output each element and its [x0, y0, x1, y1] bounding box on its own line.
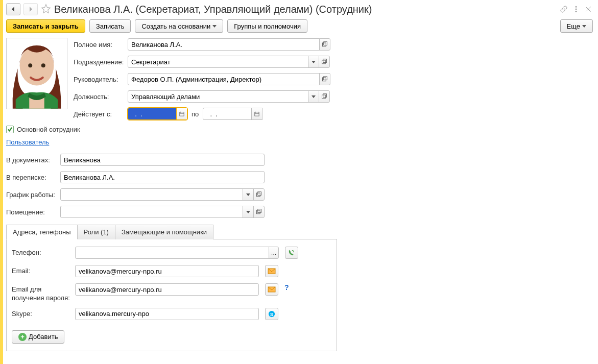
dropdown-icon[interactable] — [243, 206, 254, 218]
department-input[interactable] — [128, 56, 308, 68]
schedule-input[interactable] — [60, 188, 243, 201]
svg-point-1 — [576, 9, 577, 10]
window-title: Великанова Л.А. (Секретариат, Управляющи… — [54, 4, 372, 15]
plus-icon: + — [18, 333, 27, 341]
open-icon[interactable] — [319, 90, 330, 103]
svg-text:S: S — [270, 311, 273, 317]
employee-photo[interactable] — [6, 38, 67, 109]
dropdown-icon[interactable] — [243, 188, 254, 201]
svg-point-2 — [576, 11, 577, 12]
nav-forward-button — [23, 3, 38, 15]
create-based-on-label: Создать на основании — [141, 22, 210, 30]
dropdown-icon[interactable] — [308, 90, 319, 103]
svg-rect-11 — [323, 78, 326, 81]
svg-point-0 — [576, 6, 577, 7]
user-link[interactable]: Пользователь — [6, 138, 49, 146]
create-based-on-button[interactable]: Создать на основании — [135, 19, 223, 33]
groups-permissions-button[interactable]: Группы и полномочия — [227, 19, 307, 33]
open-icon[interactable] — [319, 56, 330, 68]
ellipsis-icon[interactable]: … — [269, 247, 279, 259]
tab-substitutes[interactable]: Замещающие и помощники — [115, 225, 213, 239]
in-docs-input[interactable] — [60, 154, 265, 166]
tab-panel-addresses: Телефон: … Email: Email для получения па… — [6, 239, 337, 351]
calendar-icon[interactable] — [176, 108, 187, 120]
add-contact-label: Добавить — [29, 333, 58, 341]
svg-point-5 — [28, 63, 32, 67]
calendar-icon[interactable] — [251, 108, 262, 120]
favorite-star-icon[interactable] — [41, 4, 51, 15]
tab-roles[interactable]: Роли (1) — [77, 225, 115, 239]
svg-rect-13 — [322, 95, 326, 99]
svg-rect-24 — [258, 192, 261, 196]
skype-icon[interactable]: S — [265, 308, 278, 320]
position-input[interactable] — [128, 90, 308, 103]
svg-rect-12 — [324, 77, 327, 80]
menu-dots-icon[interactable] — [571, 5, 581, 14]
full-name-input[interactable] — [128, 38, 320, 51]
save-button[interactable]: Записать — [89, 19, 131, 33]
svg-point-6 — [41, 63, 45, 67]
valid-to-label: по — [192, 110, 199, 118]
more-button[interactable]: Еще — [560, 19, 593, 33]
mail-icon[interactable] — [265, 283, 278, 296]
department-label: Подразделение: — [74, 58, 125, 66]
manager-label: Руководитель: — [74, 76, 125, 83]
svg-rect-10 — [323, 59, 327, 63]
email-label: Email: — [12, 265, 72, 275]
svg-rect-19 — [255, 112, 259, 116]
close-icon[interactable] — [584, 5, 593, 14]
dropdown-icon[interactable] — [308, 56, 319, 68]
schedule-label: График работы: — [6, 191, 57, 199]
svg-rect-9 — [322, 60, 326, 64]
svg-rect-14 — [323, 94, 327, 98]
position-label: Должность: — [74, 93, 125, 101]
svg-rect-15 — [180, 112, 184, 116]
svg-rect-8 — [324, 42, 327, 45]
email-password-input[interactable] — [75, 283, 259, 296]
in-mail-label: В переписке: — [6, 174, 57, 181]
save-and-close-button[interactable]: Записать и закрыть — [6, 19, 85, 33]
svg-rect-26 — [258, 209, 261, 213]
add-contact-button[interactable]: + Добавить — [12, 330, 64, 344]
manager-input[interactable] — [128, 73, 320, 85]
room-input[interactable] — [60, 206, 243, 218]
chevron-down-icon — [212, 25, 217, 28]
svg-rect-25 — [257, 210, 260, 214]
room-label: Помещение: — [6, 208, 57, 216]
link-icon[interactable] — [559, 5, 568, 14]
phone-label: Телефон: — [12, 247, 72, 256]
help-icon[interactable]: ? — [284, 283, 289, 292]
skype-input[interactable] — [75, 308, 259, 320]
call-icon[interactable] — [285, 247, 298, 259]
more-label: Еще — [567, 22, 580, 30]
phone-input[interactable] — [75, 247, 269, 259]
in-docs-label: В документах: — [6, 156, 57, 164]
open-icon[interactable] — [253, 206, 265, 218]
valid-from-input[interactable] — [128, 108, 177, 120]
open-icon[interactable] — [319, 73, 330, 85]
in-mail-input[interactable] — [60, 171, 265, 183]
main-employee-label: Основной сотрудник — [17, 126, 80, 133]
valid-to-input[interactable] — [203, 108, 252, 120]
tab-addresses-phones[interactable]: Адреса, телефоны — [6, 225, 78, 239]
email-input[interactable] — [75, 265, 259, 277]
skype-label: Skype: — [12, 308, 72, 318]
full-name-label: Полное имя: — [74, 41, 125, 48]
svg-rect-7 — [323, 43, 326, 46]
main-employee-checkbox[interactable] — [6, 126, 14, 133]
mail-icon[interactable] — [265, 265, 278, 277]
open-icon[interactable] — [253, 188, 265, 201]
chevron-down-icon — [582, 25, 586, 28]
email-password-label: Email для получения пароля: — [12, 283, 72, 303]
nav-back-button[interactable] — [6, 3, 20, 15]
open-icon[interactable] — [319, 38, 330, 51]
valid-from-label: Действует с: — [74, 110, 125, 118]
svg-rect-23 — [257, 193, 260, 197]
